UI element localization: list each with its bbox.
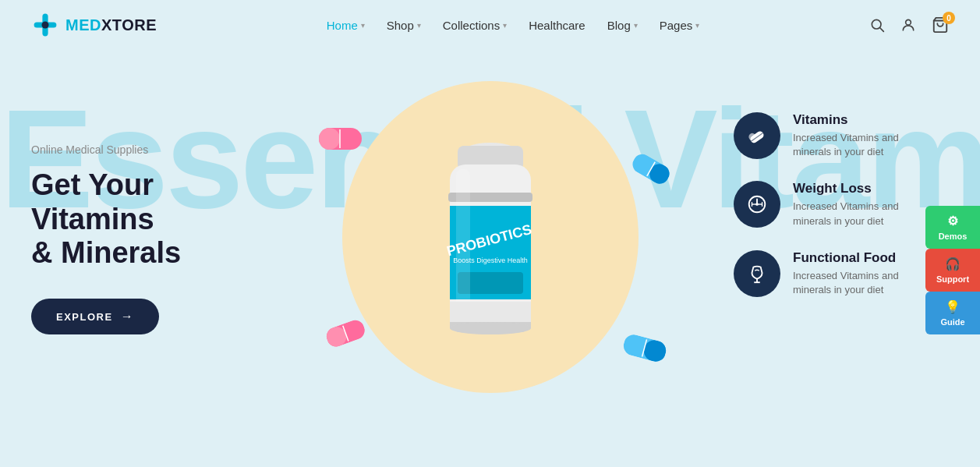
nav-link-pages[interactable]: Pages ▾ <box>660 19 700 32</box>
search-button[interactable] <box>869 17 885 33</box>
cart-button[interactable]: 0 <box>932 16 949 34</box>
demos-button[interactable]: ⚙ Demos <box>925 206 980 249</box>
weight-loss-desc: Increased Vitamins and minerals in your … <box>793 200 933 228</box>
chevron-down-icon: ▾ <box>634 21 638 30</box>
guide-button[interactable]: 💡 Guide <box>925 292 980 334</box>
hero-section: Essential Vitamins Online Medical Suppli… <box>0 50 980 467</box>
feature-functional-food: Functional Food Increased Vitamins and m… <box>734 250 933 297</box>
chevron-down-icon: ▾ <box>503 21 507 30</box>
nav-link-home[interactable]: Home ▾ <box>327 19 365 32</box>
feature-vitamins: Vitamins Increased Vitamins and minerals… <box>734 112 933 159</box>
navbar: MEDXTORE Home ▾ Shop ▾ Collections ▾ Hea… <box>0 0 980 50</box>
nav-item-pages[interactable]: Pages ▾ <box>660 19 700 32</box>
svg-line-4 <box>880 28 884 32</box>
cart-badge: 0 <box>943 12 955 24</box>
svg-rect-20 <box>319 128 340 150</box>
user-icon <box>900 17 916 33</box>
nav-item-home[interactable]: Home ▾ <box>327 19 365 32</box>
svg-point-2 <box>42 22 49 29</box>
weight-loss-feature-text: Weight Loss Increased Vitamins and miner… <box>793 181 933 228</box>
functional-food-icon-circle <box>734 250 780 297</box>
hero-title: Get Your Vitamins & Minerals <box>31 168 249 271</box>
vitamins-desc: Increased Vitamins and minerals in your … <box>793 131 933 159</box>
nav-item-shop[interactable]: Shop ▾ <box>387 19 421 32</box>
chevron-down-icon: ▾ <box>361 21 365 30</box>
product-background: PROBIOTICS Boosts Digestive Health <box>342 81 639 393</box>
nav-link-collections[interactable]: Collections ▾ <box>443 19 507 32</box>
hero-right-features: Vitamins Increased Vitamins and minerals… <box>734 112 933 297</box>
chevron-down-icon: ▾ <box>695 21 699 30</box>
nav-icons: 0 <box>869 16 949 34</box>
chevron-down-icon: ▾ <box>417 21 421 30</box>
logo[interactable]: MEDXTORE <box>31 11 157 39</box>
nav-item-collections[interactable]: Collections ▾ <box>443 19 507 32</box>
pill-decoration-1 <box>319 128 362 153</box>
pill-icon <box>746 125 768 147</box>
side-buttons: ⚙ Demos 🎧 Support 💡 Guide <box>925 206 980 334</box>
logo-icon <box>31 11 59 39</box>
nav-item-healthcare[interactable]: Healthcare <box>529 19 586 32</box>
arrow-right-icon: → <box>121 310 135 324</box>
nav-item-blog[interactable]: Blog ▾ <box>607 19 638 32</box>
weight-loss-title: Weight Loss <box>793 181 933 196</box>
nav-link-shop[interactable]: Shop ▾ <box>387 19 421 32</box>
hero-left-content: Online Medical Supplies Get Your Vitamin… <box>31 143 249 334</box>
functional-food-feature-text: Functional Food Increased Vitamins and m… <box>793 250 933 297</box>
search-icon <box>869 17 885 33</box>
nav-link-healthcare[interactable]: Healthcare <box>529 19 586 32</box>
functional-food-title: Functional Food <box>793 250 933 266</box>
svg-point-18 <box>450 322 531 334</box>
logo-text: MEDXTORE <box>65 16 157 34</box>
hero-subtitle: Online Medical Supplies <box>31 143 249 156</box>
nav-link-blog[interactable]: Blog ▾ <box>607 19 638 32</box>
support-icon: 🎧 <box>945 256 961 271</box>
account-button[interactable] <box>900 17 916 33</box>
scale-icon <box>746 193 768 215</box>
nav-menu: Home ▾ Shop ▾ Collections ▾ Healthcare B… <box>327 19 700 32</box>
pill-decoration-4 <box>620 332 667 366</box>
pill-decoration-3 <box>324 317 368 352</box>
hero-center-product: PROBIOTICS Boosts Digestive Health <box>342 81 639 393</box>
gear-icon: ⚙ <box>947 214 958 228</box>
feature-weight-loss: Weight Loss Increased Vitamins and miner… <box>734 181 933 228</box>
svg-point-5 <box>906 19 911 25</box>
lightbulb-icon: 💡 <box>945 299 961 314</box>
vitamins-title: Vitamins <box>793 112 933 128</box>
vitamins-icon-circle <box>734 112 780 159</box>
weight-loss-icon-circle <box>734 181 780 228</box>
support-button[interactable]: 🎧 Support <box>925 249 980 292</box>
explore-button[interactable]: EXPLORE → <box>31 299 159 334</box>
functional-food-desc: Increased Vitamins and minerals in your … <box>793 269 933 297</box>
product-bottle: PROBIOTICS Boosts Digestive Health <box>405 116 576 358</box>
vitamins-feature-text: Vitamins Increased Vitamins and minerals… <box>793 112 933 159</box>
food-icon <box>746 263 768 285</box>
